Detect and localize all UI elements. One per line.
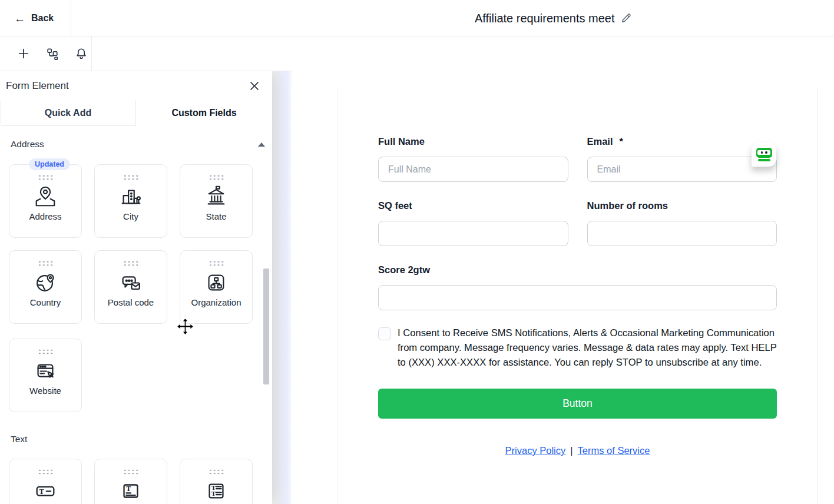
map-pin-icon (33, 184, 58, 209)
field-card-state[interactable]: State (180, 164, 253, 238)
panel-tabs: Quick Add Custom Fields (0, 100, 272, 126)
capitol-icon (204, 184, 229, 209)
card-label: State (206, 211, 226, 221)
field-card-address[interactable]: Updated Address (9, 164, 82, 238)
link-separator: | (570, 445, 572, 456)
drag-handle-icon (123, 469, 138, 475)
add-element-icon[interactable] (17, 47, 30, 60)
form-title-group: Affiliate requirements meet (475, 0, 632, 37)
field-card-text-list[interactable]: T T (180, 459, 253, 504)
drag-handle-icon (38, 469, 53, 475)
email-input[interactable] (587, 157, 777, 182)
rooms-input[interactable] (587, 221, 777, 246)
drag-handle-icon (38, 349, 53, 354)
form-preview-column: Full Name Email* SQ feet Number of rooms… (337, 88, 818, 504)
page-title: Affiliate requirements meet (475, 12, 615, 25)
sms-consent-text: I Consent to Receive SMS Notifications, … (398, 326, 777, 370)
back-arrow-icon: ← (14, 13, 25, 24)
sq-feet-label: SQ feet (378, 200, 568, 212)
tab-custom-fields[interactable]: Custom Fields (136, 100, 272, 126)
footer-links: Privacy Policy | Terms of Service (378, 445, 777, 456)
text-cards-grid: T T T T (0, 459, 272, 504)
form-element-panel: Form Element Quick Add Custom Fields Add… (0, 71, 272, 504)
score-input[interactable] (378, 285, 777, 310)
address-section-header: Address (11, 139, 265, 150)
svg-text:T: T (39, 488, 45, 496)
card-label: Website (29, 386, 61, 396)
drag-handle-icon (38, 174, 53, 180)
score-label: Score 2gtw (378, 264, 777, 276)
canvas-surface: Full Name Email* SQ feet Number of rooms… (291, 71, 834, 504)
multi-line-text-icon: T (118, 479, 143, 503)
svg-text:T: T (126, 485, 131, 492)
field-card-website[interactable]: Website (9, 339, 82, 412)
drag-handle-icon (38, 260, 53, 266)
edit-title-pencil-icon[interactable] (620, 12, 632, 24)
city-buildings-icon (118, 184, 143, 209)
privacy-policy-link[interactable]: Privacy Policy (505, 445, 566, 456)
sms-consent-row: I Consent to Receive SMS Notifications, … (378, 326, 777, 370)
back-button[interactable]: ← Back (0, 0, 71, 37)
panel-title: Form Element (6, 80, 69, 92)
text-section-header: Text (11, 434, 265, 445)
back-label: Back (31, 13, 54, 24)
address-section-label: Address (11, 139, 44, 150)
drag-handle-icon (208, 174, 224, 180)
drag-handle-icon (123, 260, 138, 266)
card-label: Organization (191, 297, 241, 307)
field-card-single-line[interactable]: T (9, 459, 82, 504)
field-card-postal-code[interactable]: Postal code (94, 250, 167, 324)
required-asterisk: * (620, 136, 623, 147)
svg-text:T: T (211, 490, 216, 497)
top-bar: ← Back Affiliate requirements meet (0, 0, 834, 37)
robot-face-icon (756, 148, 772, 162)
bell-icon[interactable] (75, 47, 88, 60)
panel-scrollbar-thumb[interactable] (263, 268, 269, 384)
close-panel-icon[interactable] (249, 80, 260, 92)
rooms-label: Number of rooms (587, 200, 777, 212)
toolbar-icon-box (0, 37, 92, 71)
sms-consent-checkbox[interactable] (378, 327, 391, 340)
collapse-section-icon[interactable] (258, 142, 265, 147)
updated-badge: Updated (29, 158, 70, 170)
drag-handle-icon (208, 260, 224, 266)
workflow-icon[interactable] (46, 47, 59, 60)
full-name-label: Full Name (378, 136, 568, 148)
field-card-city[interactable]: City (94, 164, 167, 238)
text-list-icon: T T (204, 479, 229, 503)
password-manager-extension-bubble[interactable] (752, 142, 776, 167)
field-card-multi-line[interactable]: T (94, 459, 167, 504)
address-cards-grid-row3: Website (0, 339, 272, 412)
builder-toolbar (0, 37, 294, 71)
card-label: Postal code (108, 297, 154, 307)
card-label: Address (29, 211, 61, 221)
email-label: Email* (587, 136, 777, 148)
card-label: Country (30, 297, 61, 307)
drag-handle-icon (123, 174, 138, 180)
single-line-text-icon: T (33, 479, 58, 503)
form-canvas: Full Name Email* SQ feet Number of rooms… (272, 71, 834, 504)
field-card-country[interactable]: Country (9, 250, 82, 324)
message-envelope-icon (118, 270, 143, 295)
drag-handle-icon (208, 469, 224, 475)
submit-button[interactable]: Button (378, 389, 777, 419)
terms-of-service-link[interactable]: Terms of Service (578, 445, 650, 456)
field-card-organization[interactable]: Organization (180, 250, 253, 324)
full-name-input[interactable] (378, 157, 568, 182)
card-label: City (123, 211, 138, 221)
address-cards-grid: Updated Address City (0, 164, 272, 324)
sq-feet-input[interactable] (378, 221, 568, 246)
tab-quick-add[interactable]: Quick Add (0, 100, 136, 126)
globe-pin-icon (33, 270, 58, 295)
browser-cursor-icon (33, 359, 58, 383)
text-section-label: Text (11, 434, 27, 445)
email-label-text: Email (587, 136, 613, 147)
org-chart-icon (204, 270, 229, 295)
